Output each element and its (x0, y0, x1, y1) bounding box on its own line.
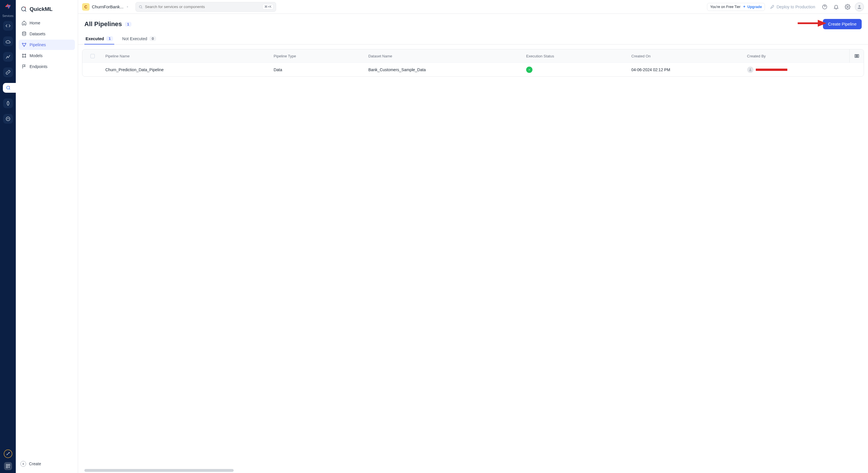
svg-point-16 (22, 57, 23, 57)
flag-icon (22, 64, 27, 69)
pipeline-tabs: Executed 1 Not Executed 0 (78, 29, 868, 44)
pipelines-table: Pipeline Name Pipeline Type Dataset Name… (82, 49, 864, 76)
status-success-icon (526, 67, 532, 73)
settings-button[interactable] (843, 3, 852, 11)
bell-icon (833, 4, 839, 10)
services-label: Services (2, 14, 13, 18)
project-name: ChurnForBank... (92, 4, 123, 9)
svg-rect-26 (858, 55, 859, 58)
sparkle-icon (742, 5, 746, 9)
svg-point-14 (22, 54, 23, 55)
col-pipeline-name[interactable]: Pipeline Name (102, 54, 271, 58)
total-count-badge: 1 (125, 22, 131, 27)
sidebar-create-button[interactable]: + Create (19, 459, 75, 469)
page-header: All Pipelines 1 Create Pipeline (78, 14, 868, 29)
sidebar-item-home[interactable]: Home (19, 18, 75, 28)
sidebar-item-pipelines[interactable]: Pipelines (19, 40, 75, 50)
rail-item-code[interactable] (3, 21, 13, 31)
horizontal-scrollbar[interactable] (84, 469, 234, 472)
page-title: All Pipelines (84, 20, 122, 28)
columns-icon (854, 53, 859, 59)
help-button[interactable] (820, 3, 829, 11)
rail-item-link[interactable] (3, 67, 13, 77)
svg-point-1 (9, 86, 9, 87)
gear-icon (845, 4, 850, 10)
table-header: Pipeline Name Pipeline Type Dataset Name… (82, 50, 864, 63)
svg-point-4 (8, 119, 9, 119)
create-label: Create (29, 462, 41, 466)
svg-point-0 (7, 86, 10, 89)
upgrade-link[interactable]: Upgrade (742, 5, 762, 9)
col-created-on[interactable]: Created On (628, 54, 744, 58)
tab-executed[interactable]: Executed 1 (84, 33, 114, 44)
project-selector[interactable]: C ChurnForBank... (82, 3, 129, 11)
sidebar-item-label: Endpoints (30, 64, 48, 69)
svg-rect-6 (8, 464, 10, 466)
database-icon (22, 31, 27, 36)
sidebar-item-endpoints[interactable]: Endpoints (19, 61, 75, 72)
redacted-text (756, 69, 787, 71)
rail-item-bot[interactable] (3, 114, 13, 124)
tab-not-executed[interactable]: Not Executed 0 (121, 33, 157, 44)
svg-point-9 (25, 7, 26, 8)
tab-label: Executed (86, 36, 104, 41)
sidebar-item-models[interactable]: Models (19, 51, 75, 61)
cell-pipeline-type: Data (271, 67, 365, 72)
cell-created-by (744, 67, 849, 73)
svg-point-10 (22, 32, 26, 33)
sidebar-item-label: Datasets (30, 32, 45, 36)
services-rail: Services (0, 0, 16, 473)
rail-item-leaf[interactable] (3, 98, 13, 108)
svg-point-11 (22, 43, 23, 44)
sidebar-item-label: Home (30, 21, 40, 25)
home-icon (22, 20, 27, 26)
search-icon (138, 5, 143, 9)
svg-rect-24 (855, 55, 856, 58)
cell-execution-status (523, 67, 628, 73)
chevron-down-icon (126, 5, 129, 9)
rail-item-cloud[interactable] (3, 36, 13, 46)
table-row[interactable]: Churn_Prediction_Data_Pipeline Data Bank… (82, 63, 864, 76)
svg-point-21 (859, 5, 860, 7)
col-pipeline-type[interactable]: Pipeline Type (271, 54, 365, 58)
annotation-arrow (798, 19, 826, 28)
global-search[interactable]: ⌘+K (135, 2, 276, 12)
svg-rect-5 (6, 464, 8, 466)
create-pipeline-button[interactable]: Create Pipeline (823, 19, 862, 29)
column-settings-button[interactable] (849, 50, 864, 63)
svg-point-15 (25, 54, 26, 55)
select-all-checkbox[interactable] (90, 54, 95, 58)
sidebar-item-label: Models (30, 53, 42, 58)
col-dataset-name[interactable]: Dataset Name (365, 54, 523, 58)
col-execution-status[interactable]: Execution Status (523, 54, 628, 58)
svg-rect-25 (856, 55, 857, 58)
rail-wand-button[interactable] (4, 449, 12, 458)
tier-banner: You're on Free Tier Upgrade (707, 3, 765, 11)
plus-icon: + (20, 461, 26, 467)
col-created-by[interactable]: Created By (744, 54, 849, 58)
tab-count: 0 (150, 36, 156, 41)
product-brand: QuickML (19, 6, 75, 18)
cell-dataset-name: Bank_Customers_Sample_Data (365, 67, 523, 72)
svg-point-27 (750, 69, 751, 70)
user-avatar[interactable] (855, 2, 864, 11)
sidebar-item-datasets[interactable]: Datasets (19, 29, 75, 39)
search-input[interactable] (145, 5, 260, 9)
rail-item-quickml[interactable] (3, 83, 17, 93)
svg-point-20 (847, 6, 848, 7)
tab-count: 1 (106, 36, 113, 41)
help-icon (822, 4, 828, 10)
rocket-icon (770, 5, 775, 9)
rail-apps-button[interactable] (4, 462, 12, 470)
tab-label: Not Executed (122, 36, 147, 41)
catalyst-logo (4, 2, 12, 10)
svg-point-18 (139, 5, 142, 8)
user-avatar-small (747, 67, 753, 73)
deploy-button[interactable]: Deploy to Production (770, 5, 815, 9)
notifications-button[interactable] (832, 3, 840, 11)
rail-item-analytics[interactable] (3, 52, 13, 62)
sidebar-item-label: Pipelines (30, 42, 46, 47)
user-icon (857, 4, 862, 9)
svg-point-3 (7, 119, 8, 119)
svg-point-17 (25, 57, 26, 57)
